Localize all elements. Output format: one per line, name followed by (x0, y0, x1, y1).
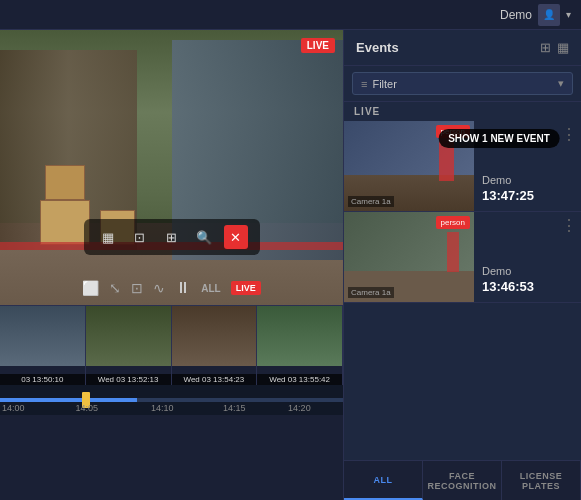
tab-face-recognition[interactable]: FACERECOGNITION (423, 461, 502, 500)
event-menu-1[interactable]: ⋮ (561, 216, 577, 235)
timeline-track (0, 398, 343, 402)
search-control-icon[interactable]: 🔍 (192, 225, 216, 249)
video-area: LIVE ▦ ⊡ ⊞ 🔍 ✕ ⬜ ⤡ ⊡ ∿ ⏸ ALL LIVE (0, 30, 343, 305)
event-thumb-1: person Camera 1a (344, 212, 474, 302)
person-badge-1: person (436, 216, 470, 229)
grid-icon[interactable]: ▦ (557, 40, 569, 55)
video-background (0, 30, 343, 305)
event-camera-0: Demo (482, 174, 573, 186)
left-panel: LIVE ▦ ⊡ ⊞ 🔍 ✕ ⬜ ⤡ ⊡ ∿ ⏸ ALL LIVE (0, 30, 343, 500)
live-small-badge[interactable]: LIVE (231, 281, 261, 295)
thumb-time-1: Wed 03 13:52:13 (86, 374, 171, 385)
event-camera-1: Demo (482, 265, 573, 277)
layout-icon[interactable]: ⊞ (540, 40, 551, 55)
thumb-bg-1 (86, 306, 171, 366)
thumbnail-1[interactable]: Wed 03 13:52:13 (86, 306, 172, 385)
events-list: SHOW 1 NEW EVENT person Camera 1a Demo (344, 121, 581, 460)
thumbnails-strip: 03 13:50:10 Wed 03 13:52:13 Wed 03 13:54… (0, 305, 343, 385)
events-title: Events (356, 40, 399, 55)
crop-icon[interactable]: ⬜ (82, 280, 99, 296)
live-badge: LIVE (301, 38, 335, 53)
thumb-time-0: 03 13:50:10 (0, 374, 85, 385)
username-label: Demo (500, 8, 532, 22)
play-pause-button[interactable]: ⏸ (175, 279, 191, 297)
filter-icon: ≡ (361, 78, 367, 90)
box-3 (45, 165, 85, 200)
activity-icon[interactable]: ∿ (153, 280, 165, 296)
thumbnail-0[interactable]: 03 13:50:10 (0, 306, 86, 385)
user-avatar[interactable]: 👤 (538, 4, 560, 26)
bottom-controls: ⬜ ⤡ ⊡ ∿ ⏸ ALL LIVE (0, 279, 343, 297)
event-card-inner-1: person Camera 1a Demo 13:46:53 (344, 212, 581, 302)
events-header-icons: ⊞ ▦ (540, 40, 569, 55)
time-label-3: 14:15 (223, 403, 246, 413)
thumb-time-2: Wed 03 13:54:23 (172, 374, 257, 385)
filter-placeholder: Filter (372, 78, 396, 90)
tab-license-plates[interactable]: LICENSEPLATES (502, 461, 581, 500)
fit-icon[interactable]: ⊡ (131, 280, 143, 296)
time-label-4: 14:20 (288, 403, 311, 413)
tab-all[interactable]: ALL (344, 461, 423, 500)
timeline[interactable]: 14:00 14:05 14:10 14:15 14:20 (0, 385, 343, 415)
tab-plates-label: LICENSEPLATES (520, 471, 563, 491)
filter-row: ≡ Filter ▾ (344, 66, 581, 102)
top-bar: Demo 👤 ▾ (0, 0, 581, 30)
time-label-1: 14:05 (75, 403, 98, 413)
live-section-label: LIVE (344, 102, 581, 121)
controls-overlay: ▦ ⊡ ⊞ 🔍 ✕ (84, 219, 260, 255)
bottom-tabs: ALL FACERECOGNITION LICENSEPLATES (344, 460, 581, 500)
tab-all-label: ALL (374, 475, 393, 485)
grid-control-icon[interactable]: ▦ (96, 225, 120, 249)
thumb-bg-2 (172, 306, 257, 366)
tab-face-label: FACERECOGNITION (427, 471, 496, 491)
event-cam-label-0: Camera 1a (348, 196, 394, 207)
event-cam-label-1: Camera 1a (348, 287, 394, 298)
box-1 (40, 200, 90, 245)
user-info: Demo 👤 ▾ (500, 4, 571, 26)
thumb-time-3: Wed 03 13:55:42 (257, 374, 342, 385)
camera-control-icon[interactable]: ⊡ (128, 225, 152, 249)
playback-all-label: ALL (201, 283, 220, 294)
main-layout: LIVE ▦ ⊡ ⊞ 🔍 ✕ ⬜ ⤡ ⊡ ∿ ⏸ ALL LIVE (0, 30, 581, 500)
new-event-banner[interactable]: SHOW 1 NEW EVENT (438, 129, 560, 148)
filter-chevron: ▾ (558, 77, 564, 90)
thumb-bg-3 (257, 306, 342, 366)
expand-icon[interactable]: ⤡ (109, 280, 121, 296)
filter-input[interactable]: ≡ Filter ▾ (352, 72, 573, 95)
thumb-bg-0 (0, 306, 85, 366)
time-label-2: 14:10 (151, 403, 174, 413)
event-time-0: 13:47:25 (482, 188, 573, 203)
close-control-icon[interactable]: ✕ (224, 225, 248, 249)
event-card-1[interactable]: person Camera 1a Demo 13:46:53 ⋮ (344, 212, 581, 303)
thumbnail-3[interactable]: Wed 03 13:55:42 (257, 306, 343, 385)
layout-control-icon[interactable]: ⊞ (160, 225, 184, 249)
timeline-progress (0, 398, 137, 402)
right-panel: Events ⊞ ▦ ≡ Filter ▾ LIVE SHOW 1 NEW EV… (343, 30, 581, 500)
user-chevron[interactable]: ▾ (566, 9, 571, 20)
event-card-0[interactable]: SHOW 1 NEW EVENT person Camera 1a Demo (344, 121, 581, 212)
event-time-1: 13:46:53 (482, 279, 573, 294)
event-menu-0[interactable]: ⋮ (561, 125, 577, 144)
time-label-0: 14:00 (2, 403, 25, 413)
avatar-icon: 👤 (543, 9, 555, 20)
events-header: Events ⊞ ▦ (344, 30, 581, 66)
thumbnail-2[interactable]: Wed 03 13:54:23 (172, 306, 258, 385)
